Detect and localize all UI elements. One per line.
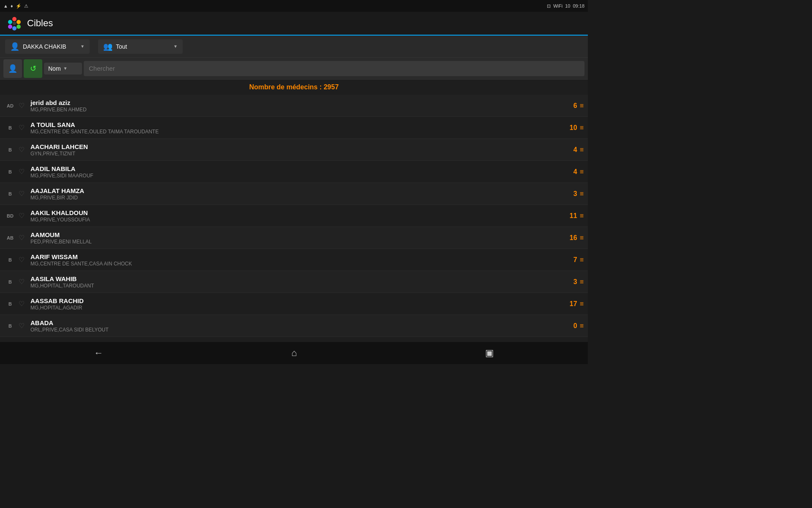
list-item[interactable]: B ♡ AADIL NABILA MG,PRIVE,SIDI MAAROUF 4… — [0, 161, 588, 183]
list-item[interactable]: B ♡ AASILA WAHIB MG,HOPITAL,TAROUDANT 3 … — [0, 271, 588, 293]
detail-icon[interactable]: ≡ — [577, 124, 584, 132]
badge-label: BD — [4, 213, 16, 218]
doctor-info: AASILA WAHIB MG,HOPITAL,TAROUDANT — [27, 275, 565, 289]
detail-icon[interactable]: ≡ — [577, 102, 584, 110]
doctor-sub: MG,HOPITAL,TAROUDANT — [30, 283, 561, 289]
favorite-icon[interactable]: ♡ — [16, 234, 27, 242]
visit-count: 16 — [565, 234, 577, 242]
bottom-nav: ← ⌂ ▣ — [0, 342, 588, 364]
doctor-dropdown[interactable]: 👤 DAKKA CHAKIB ▼ — [5, 39, 90, 54]
svg-point-6 — [13, 22, 16, 25]
field-arrow-icon: ▼ — [63, 66, 68, 71]
doctor-dropdown-value: DAKKA CHAKIB — [23, 43, 66, 50]
monitor-status-icon: ⊡ — [547, 3, 551, 9]
list-item[interactable]: B ♡ A TOUIL SANA MG,CENTRE DE SANTE,OULE… — [0, 117, 588, 139]
badge-label: B — [4, 279, 16, 284]
doctor-sub: MG,PRIVE,BIR JDID — [30, 195, 561, 201]
field-dropdown[interactable]: Nom ▼ — [44, 63, 82, 75]
badge-label: AD — [4, 103, 16, 108]
category-dropdown[interactable]: 👥 Tout ▼ — [98, 39, 183, 54]
recents-button[interactable]: ▣ — [472, 344, 507, 362]
toolbar-search: 👤 ↺ Nom ▼ — [0, 58, 588, 80]
usb-icon: ♦ — [11, 3, 13, 8]
svg-point-1 — [16, 20, 21, 24]
count-label: Nombre de médecins : 2957 — [249, 83, 339, 91]
doctor-sub: GYN,PRIVE,TIZNIT — [30, 151, 561, 157]
refresh-icon: ↺ — [30, 64, 36, 73]
visit-count: 4 — [565, 146, 577, 154]
doctor-info: AASSAB RACHID MG,HOPITAL,AGADIR — [27, 297, 565, 311]
favorite-icon[interactable]: ♡ — [16, 102, 27, 110]
wifi-icon: WiFi — [553, 3, 562, 8]
doctor-info: AAJALAT HAMZA MG,PRIVE,BIR JDID — [27, 187, 565, 201]
doctor-sub: ORL,PRIVE,CASA SIDI BELYOUT — [30, 327, 561, 333]
detail-icon[interactable]: ≡ — [577, 146, 584, 154]
doctor-sub: PED,PRIVE,BENI MELLAL — [30, 239, 561, 245]
favorite-icon[interactable]: ♡ — [16, 124, 27, 132]
detail-icon[interactable]: ≡ — [577, 190, 584, 198]
list-item[interactable]: AD ♡ jerid abd aziz MG,PRIVE,BEN AHMED 6… — [0, 95, 588, 117]
doctor-sub: MG,HOPITAL,AGADIR — [30, 305, 561, 311]
favorite-icon[interactable]: ♡ — [16, 190, 27, 198]
badge-label: B — [4, 301, 16, 306]
app-logo — [7, 16, 22, 31]
list-item[interactable]: B ♡ ABADA ORL,PRIVE,CASA SIDI BELYOUT 0 … — [0, 315, 588, 337]
detail-icon[interactable]: ≡ — [577, 322, 584, 330]
signal-icon: ▲ — [3, 3, 8, 8]
visit-count: 3 — [565, 190, 577, 198]
home-button[interactable]: ⌂ — [279, 344, 310, 362]
favorite-icon[interactable]: ♡ — [16, 278, 27, 286]
detail-icon[interactable]: ≡ — [577, 234, 584, 242]
badge-label: B — [4, 191, 16, 196]
favorite-icon[interactable]: ♡ — [16, 300, 27, 308]
visit-count: 0 — [565, 322, 577, 330]
search-input[interactable] — [84, 61, 584, 76]
doctor-name: AARIF WISSAM — [30, 253, 561, 260]
detail-icon[interactable]: ≡ — [577, 300, 584, 308]
app-bar: Cibles — [0, 12, 588, 36]
doctor-sub: MG,PRIVE,SIDI MAAROUF — [30, 173, 561, 179]
detail-icon[interactable]: ≡ — [577, 256, 584, 264]
favorite-icon[interactable]: ♡ — [16, 212, 27, 220]
doctor-name: A TOUIL SANA — [30, 121, 561, 128]
doctor-list: AD ♡ jerid abd aziz MG,PRIVE,BEN AHMED 6… — [0, 95, 588, 342]
favorite-icon[interactable]: ♡ — [16, 168, 27, 176]
favorite-icon[interactable]: ♡ — [16, 256, 27, 264]
list-item[interactable]: B ♡ ABADI KARIM 16 ≡ — [0, 337, 588, 342]
doctor-name: AAMOUM — [30, 231, 561, 238]
doctor-info: AAKIL KHALDOUN MG,PRIVE,YOUSSOUFIA — [27, 209, 565, 223]
favorite-icon[interactable]: ♡ — [16, 146, 27, 154]
badge-label: B — [4, 125, 16, 130]
toolbar-dropdowns: 👤 DAKKA CHAKIB ▼ 👥 Tout ▼ — [0, 36, 588, 58]
list-item[interactable]: AB ♡ AAMOUM PED,PRIVE,BENI MELLAL 16 ≡ — [0, 227, 588, 249]
user-icon-button[interactable]: 👤 — [3, 59, 22, 78]
doctor-info: A TOUIL SANA MG,CENTRE DE SANTE,OULED TA… — [27, 121, 565, 135]
refresh-button[interactable]: ↺ — [24, 59, 42, 78]
svg-point-3 — [12, 26, 16, 30]
back-button[interactable]: ← — [81, 344, 116, 362]
doctor-name: AASSAB RACHID — [30, 297, 561, 304]
dropdown1-arrow-icon: ▼ — [80, 44, 85, 49]
badge-label: B — [4, 169, 16, 174]
detail-icon[interactable]: ≡ — [577, 212, 584, 220]
detail-icon[interactable]: ≡ — [577, 168, 584, 176]
detail-icon[interactable]: ≡ — [577, 278, 584, 286]
doctor-sub: MG,CENTRE DE SANTE,OULED TAIMA TAROUDANT… — [30, 129, 561, 135]
field-label: Nom — [48, 65, 61, 72]
doctor-sub: MG,PRIVE,BEN AHMED — [30, 107, 561, 113]
doctor-dropdown-icon: 👤 — [10, 42, 19, 51]
battery-label: 10 — [565, 3, 570, 8]
favorite-icon[interactable]: ♡ — [16, 322, 27, 330]
doctor-sub: MG,PRIVE,YOUSSOUFIA — [30, 217, 561, 223]
list-item[interactable]: B ♡ AASSAB RACHID MG,HOPITAL,AGADIR 17 ≡ — [0, 293, 588, 315]
list-item[interactable]: B ♡ AACHARI LAHCEN GYN,PRIVE,TIZNIT 4 ≡ — [0, 139, 588, 161]
visit-count: 6 — [565, 102, 577, 110]
list-item[interactable]: B ♡ AAJALAT HAMZA MG,PRIVE,BIR JDID 3 ≡ — [0, 183, 588, 205]
doctor-name: AAJALAT HAMZA — [30, 187, 561, 194]
list-item[interactable]: B ♡ AARIF WISSAM MG,CENTRE DE SANTE,CASA… — [0, 249, 588, 271]
list-item[interactable]: BD ♡ AAKIL KHALDOUN MG,PRIVE,YOUSSOUFIA … — [0, 205, 588, 227]
doctor-name: AADIL NABILA — [30, 165, 561, 172]
doctor-info: AADIL NABILA MG,PRIVE,SIDI MAAROUF — [27, 165, 565, 179]
dropdown2-arrow-icon: ▼ — [173, 44, 178, 49]
svg-point-0 — [12, 17, 16, 21]
